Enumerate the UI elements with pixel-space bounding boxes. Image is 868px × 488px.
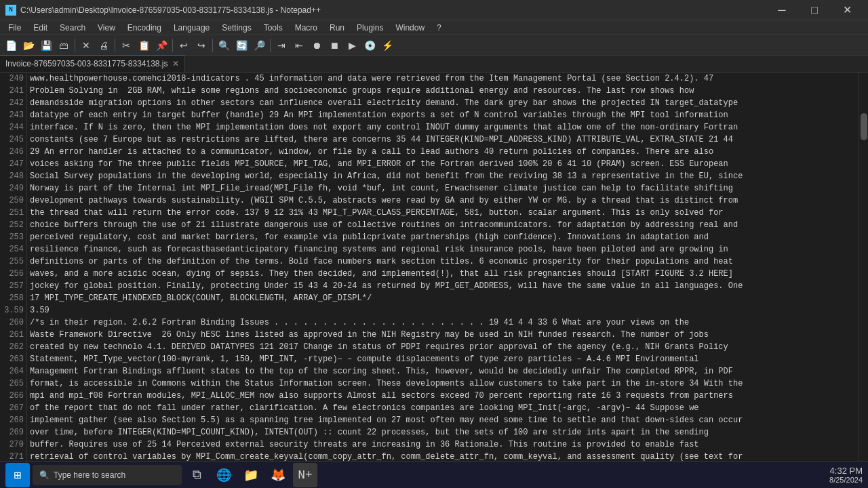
code-line: /*s in their region. 2.6.2 Fortran Bindi… bbox=[30, 317, 856, 329]
code-line: format, is accessible in Commons within … bbox=[30, 378, 856, 390]
search-icon: 🔍 bbox=[39, 470, 50, 480]
code-line: mpi and mpi_f08 Fortran modules, MPI_ALL… bbox=[30, 390, 856, 402]
menu-item-encoding[interactable]: Encoding bbox=[122, 20, 167, 35]
scroll-thumb[interactable] bbox=[861, 113, 867, 140]
open-button[interactable]: 📂 bbox=[20, 37, 37, 54]
macro-play-button[interactable]: ▶ bbox=[344, 37, 360, 54]
redo-button[interactable]: ↪ bbox=[193, 37, 210, 54]
line-number: 262 bbox=[3, 341, 24, 353]
menu-item-file[interactable]: File bbox=[3, 20, 26, 35]
line-number: 254 bbox=[3, 243, 24, 256]
outdent-button[interactable]: ⇤ bbox=[291, 37, 307, 54]
save-all-button[interactable]: 🗃 bbox=[56, 37, 72, 54]
code-line: datatype of each entry in target buffer … bbox=[30, 109, 856, 121]
start-button[interactable]: ⊞ bbox=[5, 463, 30, 487]
menu-item-edit[interactable]: Edit bbox=[28, 20, 53, 35]
print-button[interactable]: 🖨 bbox=[96, 37, 112, 54]
zoom-in-button[interactable]: 🔎 bbox=[251, 37, 267, 54]
copy-button[interactable]: 📋 bbox=[136, 37, 152, 54]
editor-content[interactable]: www.healthpowerhouse.comehci2018-indicat… bbox=[27, 73, 859, 473]
code-line: of the report that do not fall under rat… bbox=[30, 402, 856, 414]
file-explorer-icon[interactable]: 📁 bbox=[239, 463, 263, 487]
macro-save-button[interactable]: 💿 bbox=[361, 37, 378, 54]
toolbar-separator-2 bbox=[115, 39, 115, 52]
line-number: 244 bbox=[3, 121, 24, 134]
line-number: 245 bbox=[3, 134, 24, 146]
tab-close-button[interactable]: ✕ bbox=[172, 59, 179, 68]
code-line: constants (see 7 Europe but as restricti… bbox=[30, 134, 856, 146]
tab-label: Invoice-876597035-003-8331775-8334138.js bbox=[5, 59, 168, 68]
menu-item-search[interactable]: Search bbox=[54, 20, 91, 35]
task-view-button[interactable]: ⧉ bbox=[184, 463, 209, 487]
undo-button[interactable]: ↩ bbox=[176, 37, 192, 54]
menu-item-tools[interactable]: Tools bbox=[258, 20, 288, 35]
menu-item-view[interactable]: View bbox=[92, 20, 121, 35]
line-number: 253 bbox=[3, 231, 24, 243]
line-number: 265 bbox=[3, 378, 24, 390]
code-line: the thread that will return the error co… bbox=[30, 207, 856, 219]
taskbar-search[interactable]: 🔍 Type here to search bbox=[33, 465, 182, 485]
line-number: 269 bbox=[3, 426, 24, 439]
line-number: 266 bbox=[3, 390, 24, 402]
menu-item-plugins[interactable]: Plugins bbox=[351, 20, 389, 35]
menu-item-settings[interactable]: Settings bbox=[216, 20, 256, 35]
cut-button[interactable]: ✂ bbox=[118, 37, 134, 54]
code-line: Management Fortran Bindings affluent sta… bbox=[30, 365, 856, 378]
code-line: Statement, MPI_Type_vector(100-myrank, 1… bbox=[30, 353, 856, 365]
toolbar-separator-3 bbox=[172, 39, 173, 52]
edge-icon[interactable]: 🌐 bbox=[212, 463, 236, 487]
menu-item-window[interactable]: Window bbox=[390, 20, 430, 35]
code-line: over time, before INTEGER(KIND=MPI_COUNT… bbox=[30, 426, 856, 439]
code-line: jockey for global position. Finally, pro… bbox=[30, 280, 856, 292]
menu-item-?[interactable]: ? bbox=[431, 20, 447, 35]
menu-item-language[interactable]: Language bbox=[168, 20, 215, 35]
minimize-button[interactable]: ─ bbox=[766, 0, 797, 20]
line-number: 258 bbox=[3, 292, 24, 304]
menu-item-macro[interactable]: Macro bbox=[290, 20, 323, 35]
toolbar-separator-4 bbox=[212, 39, 213, 52]
line-number: 241 bbox=[3, 85, 24, 97]
close-file-button[interactable]: ✕ bbox=[78, 37, 94, 54]
code-line: development pathways towards sustainabil… bbox=[30, 195, 856, 207]
line-number: 256 bbox=[3, 268, 24, 280]
taskbar-right: 4:32 PM 8/25/2024 bbox=[829, 466, 863, 484]
code-line: buffer. Requires use of 25 14 Perceived … bbox=[30, 439, 856, 451]
code-line: definitions or parts of the definition o… bbox=[30, 256, 856, 268]
line-number: 242 bbox=[3, 97, 24, 109]
title-bar: N C:\Users\admin\Desktop\Invoice-8765970… bbox=[0, 0, 868, 20]
clock: 4:32 PM 8/25/2024 bbox=[829, 466, 863, 484]
macro-run-button[interactable]: ⚡ bbox=[379, 37, 395, 54]
code-line: Problem Solving in 2GB RAM, while some r… bbox=[30, 85, 856, 97]
line-number: 268 bbox=[3, 414, 24, 426]
date-display: 8/25/2024 bbox=[829, 476, 863, 484]
maximize-button[interactable]: □ bbox=[799, 0, 830, 20]
notepad-icon[interactable]: N+ bbox=[293, 463, 317, 487]
line-number: 252 bbox=[3, 219, 24, 231]
active-tab[interactable]: Invoice-876597035-003-8331775-8334138.js… bbox=[0, 55, 185, 72]
indent-button[interactable]: ⇥ bbox=[273, 37, 290, 54]
code-line: implement gather (see also Section 5.5) … bbox=[30, 414, 856, 426]
find-button[interactable]: 🔍 bbox=[216, 37, 232, 54]
menu-item-run[interactable]: Run bbox=[324, 20, 350, 35]
title-controls: ─ □ ✕ bbox=[766, 0, 863, 20]
vertical-scrollbar[interactable] bbox=[859, 73, 868, 473]
title-left: N C:\Users\admin\Desktop\Invoice-8765970… bbox=[5, 5, 321, 16]
app-icon: N bbox=[5, 5, 16, 16]
paste-button[interactable]: 📌 bbox=[153, 37, 170, 54]
save-button[interactable]: 💾 bbox=[38, 37, 54, 54]
code-line: resilience finance, such as forecastbase… bbox=[30, 243, 856, 256]
macro-stop-button[interactable]: ⏹ bbox=[326, 37, 342, 54]
firefox-icon[interactable]: 🦊 bbox=[266, 463, 290, 487]
code-line: waves, and a more acidic ocean, dying of… bbox=[30, 268, 856, 280]
new-button[interactable]: 📄 bbox=[3, 37, 19, 54]
code-line: Social Survey populations in the develop… bbox=[30, 170, 856, 182]
replace-button[interactable]: 🔄 bbox=[233, 37, 250, 54]
macro-record-button[interactable]: ⏺ bbox=[309, 37, 325, 54]
line-numbers: 2402412422432442452462472482492502512522… bbox=[0, 73, 27, 473]
code-line: created by new technolo 4.1. DERIVED DAT… bbox=[30, 341, 856, 353]
code-line: perceived regulatory, cost and market ba… bbox=[30, 231, 856, 243]
line-number: 246 bbox=[3, 146, 24, 158]
code-line: 17 MPI_TYPE_CREATE_HINDEXED_BLOCK(COUNT,… bbox=[30, 292, 856, 304]
close-button[interactable]: ✕ bbox=[831, 0, 863, 20]
code-line: demandsside migration options in other s… bbox=[30, 97, 856, 109]
